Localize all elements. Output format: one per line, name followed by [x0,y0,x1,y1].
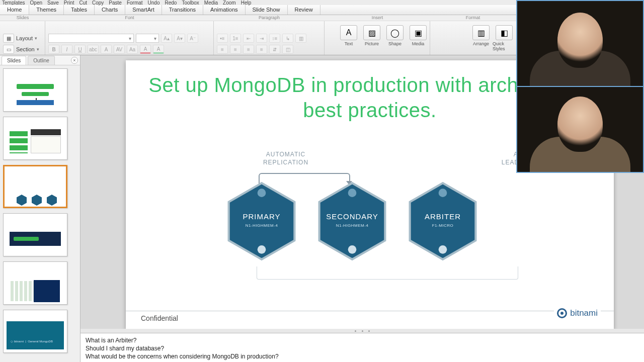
ribbon-tab-animations[interactable]: Animations [203,5,245,15]
group-header-insert: Insert [325,15,430,21]
ribbon-tab-review[interactable]: Review [288,5,320,15]
font-size-dropdown[interactable]: ▾ [136,34,159,43]
menu-undo[interactable]: Undo [148,0,160,6]
strike-button[interactable]: abc [88,45,99,54]
thumbnail-list[interactable]: ◇ bitnami | General MongoDB [0,65,80,362]
menu-toolbox[interactable]: Toolbox [182,0,199,6]
smartart-convert-button[interactable]: ◫ [282,45,293,54]
ribbon-tab-smartart[interactable]: SmartArt [125,5,162,15]
webcam-overlay [516,0,644,173]
webcam-participant-2 [517,86,643,172]
shape-icon: ◯ [386,25,404,40]
bold-button[interactable]: B [48,45,59,54]
menu-copy[interactable]: Copy [92,0,104,6]
menu-paste[interactable]: Paste [109,0,122,6]
svg-point-4 [348,189,357,197]
quick-styles-icon: ◧ [496,25,513,40]
justify-button[interactable]: ≡ [256,45,267,54]
menu-templates[interactable]: Templates [2,0,25,6]
menu-media[interactable]: Media [204,0,218,6]
highlight-button[interactable]: A [153,45,164,54]
ribbon-tab-charts[interactable]: Charts [95,5,125,15]
menu-format[interactable]: Format [127,0,143,6]
picture-icon: ▨ [363,25,380,40]
layout-dropdown[interactable]: Layout [16,35,33,41]
slide-thumbnail-6[interactable]: ◇ bitnami | General MongoDB [3,310,67,353]
svg-point-7 [439,189,447,197]
menu-redo[interactable]: Redo [165,0,177,6]
italic-button[interactable]: I [61,45,72,54]
columns-button[interactable]: ▥ [295,34,306,43]
spacing-button[interactable]: AV [114,45,125,54]
shrink-font-button[interactable]: A▾ [174,34,185,43]
clear-format-button[interactable]: A⁻ [187,34,198,43]
bitnami-icon [557,308,567,318]
node-arbiter: ARBITERF1-MICRO [408,181,478,261]
indent-button[interactable]: ⇥ [256,34,267,43]
menu-save[interactable]: Save [47,0,59,6]
group-slides: ▦ Layout ▾ ▭ Section ▾ [0,21,45,55]
ribbon-tab-tables[interactable]: Tables [64,5,95,15]
group-insert: AText▨Picture◯Shape▣Media [325,21,430,55]
slide-thumbnail-5[interactable] [3,261,67,305]
notes-splitter[interactable] [80,329,644,333]
footer-divider [126,311,614,311]
section-icon[interactable]: ▭ [3,45,14,54]
panel-close-button[interactable]: × [71,57,78,64]
menu-open[interactable]: Open [30,0,42,6]
new-slide-icon[interactable]: ▦ [3,34,14,43]
arrange-tool[interactable]: ▥Arrange [469,23,493,46]
text-icon: A [340,25,357,40]
ribbon-tab-home[interactable]: Home [0,5,29,15]
shadow-button[interactable]: A [101,45,112,54]
font-family-dropdown[interactable]: ▾ [48,34,134,43]
align-center-button[interactable]: ≡ [230,45,241,54]
svg-point-5 [348,245,357,254]
ribbon-tab-slide-show[interactable]: Slide Show [246,5,288,15]
align-vert-button[interactable]: ⇵ [269,45,280,54]
line-spacing-button[interactable]: ↕≡ [269,34,280,43]
font-color-button[interactable]: A [140,45,151,54]
group-paragraph: •≡ 1≡ ⇤ ⇥ ↕≡ ↳ ▥ ≡ ≡ ≡ ≡ ⇵ ◫ [214,21,325,55]
menu-help[interactable]: Help [241,0,252,6]
panel-tab-outline[interactable]: Outline [28,56,55,65]
slide-thumbnail-3[interactable] [3,165,67,208]
slide-thumbnail-4[interactable] [3,213,67,256]
svg-point-2 [258,245,266,254]
case-button[interactable]: Aa [127,45,138,54]
ribbon-tab-transitions[interactable]: Transitions [162,5,203,15]
speaker-notes[interactable]: What is an Arbiter?Should I shard my dat… [80,333,644,362]
text-direction-button[interactable]: ↳ [282,34,293,43]
slide-thumbnail-2[interactable] [3,117,67,160]
align-right-button[interactable]: ≡ [243,45,254,54]
section-dropdown[interactable]: Section [16,46,35,52]
underline-button[interactable]: U [74,45,86,54]
quick-styles-tool[interactable]: ◧Quick Styles [493,23,516,51]
media-icon: ▣ [410,25,427,40]
shape-tool[interactable]: ◯Shape [383,23,407,46]
node-secondary: SECONDARYN1-HIGHMEM-4 [317,181,387,261]
menu-print[interactable]: Print [64,0,74,6]
text-tool[interactable]: AText [337,23,360,46]
group-format: ▥Arrange◧Quick Styles [430,21,516,55]
ribbon-tab-themes[interactable]: Themes [29,5,64,15]
panel-tab-slides[interactable]: Slides [2,56,26,65]
grow-font-button[interactable]: A▴ [161,34,172,43]
picture-tool[interactable]: ▨Picture [360,23,383,46]
group-header-paragraph: Paragraph [214,15,325,21]
webcam-participant-1 [517,1,643,86]
node-primary: PRIMARYN1-HIGHMEM-4 [226,181,297,261]
align-left-button[interactable]: ≡ [217,45,228,54]
slide-thumbnail-1[interactable] [3,68,67,112]
group-header-slides: Slides [0,15,45,21]
menu-zoom[interactable]: Zoom [223,0,236,6]
svg-point-8 [439,245,447,254]
slides-panel: Slides Outline × ◇ bitnami | General Mon… [0,55,80,362]
numbering-button[interactable]: 1≡ [230,34,241,43]
svg-point-1 [258,189,266,197]
bullets-button[interactable]: •≡ [217,34,228,43]
outdent-button[interactable]: ⇤ [243,34,254,43]
menu-cut[interactable]: Cut [79,0,87,6]
brand-text: bitnami [570,308,598,318]
media-tool[interactable]: ▣Media [407,23,430,46]
